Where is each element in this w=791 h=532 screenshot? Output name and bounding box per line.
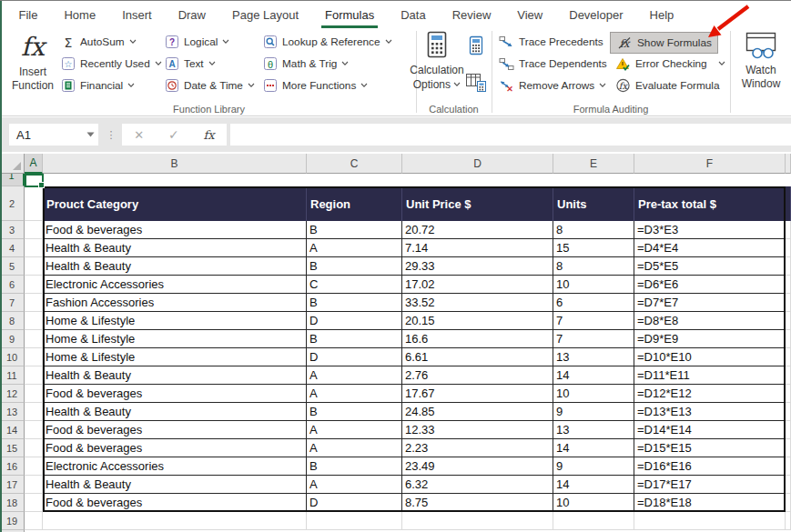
cell-E11[interactable]: 14 bbox=[553, 366, 634, 385]
row-header-11[interactable]: 11 bbox=[0, 366, 25, 385]
ribbon-item-financial[interactable]: Financial bbox=[62, 75, 135, 95]
tab-help[interactable]: Help bbox=[636, 1, 687, 28]
cell-B11[interactable]: Health & Beauty bbox=[43, 366, 307, 385]
cell-C18[interactable]: D bbox=[307, 494, 402, 512]
cell-E6[interactable]: 10 bbox=[553, 276, 634, 294]
cell-G19[interactable] bbox=[786, 512, 791, 530]
cell-D16[interactable]: 23.49 bbox=[402, 457, 553, 476]
cell-E15[interactable]: 14 bbox=[553, 439, 634, 457]
select-all-corner[interactable] bbox=[0, 154, 25, 174]
cell-E17[interactable]: 14 bbox=[553, 476, 634, 494]
cell-B9[interactable]: Home & Lifestyle bbox=[43, 330, 307, 348]
row-header-5[interactable]: 5 bbox=[0, 257, 25, 276]
cell-C12[interactable]: A bbox=[307, 385, 402, 403]
cell-A2[interactable] bbox=[25, 186, 43, 221]
cell-G2[interactable] bbox=[786, 186, 791, 221]
formula-input[interactable] bbox=[230, 124, 791, 146]
cell-B7[interactable]: Fashion Accessories bbox=[43, 294, 307, 312]
ribbon-item-error-checking[interactable]: Error Checking bbox=[615, 54, 725, 74]
tab-developer[interactable]: Developer bbox=[556, 1, 636, 28]
cell-F6[interactable]: =D6*E6 bbox=[634, 276, 786, 294]
cell-B3[interactable]: Food & beverages bbox=[43, 221, 307, 239]
ribbon-item-remove-arrows[interactable]: ✕Remove Arrows bbox=[499, 75, 606, 95]
cell-D11[interactable]: 2.76 bbox=[402, 366, 553, 385]
cell-A6[interactable] bbox=[25, 276, 43, 294]
calculate-sheet-button[interactable] bbox=[464, 70, 488, 94]
cell-F15[interactable]: =D15*E15 bbox=[634, 439, 786, 457]
row-header-3[interactable]: 3 bbox=[0, 221, 25, 239]
cell-B6[interactable]: Electronic Accessories bbox=[43, 276, 307, 294]
cell-A15[interactable] bbox=[25, 439, 43, 457]
cell-A19[interactable] bbox=[25, 512, 43, 530]
cell-G17[interactable] bbox=[786, 476, 791, 494]
cell-B5[interactable]: Health & Beauty bbox=[43, 257, 307, 276]
cell-A14[interactable] bbox=[25, 421, 43, 439]
row-header-12[interactable]: 12 bbox=[0, 385, 25, 403]
column-header-A[interactable]: A bbox=[25, 154, 43, 174]
tab-view[interactable]: View bbox=[504, 1, 556, 28]
cell-A12[interactable] bbox=[25, 385, 43, 403]
cell-A4[interactable] bbox=[25, 239, 43, 257]
cell-G10[interactable] bbox=[786, 348, 791, 366]
cell-B8[interactable]: Home & Lifestyle bbox=[43, 312, 307, 330]
cell-F8[interactable]: =D8*E8 bbox=[634, 312, 786, 330]
column-header-B[interactable]: B bbox=[43, 154, 307, 174]
cell-E14[interactable]: 13 bbox=[553, 421, 634, 439]
cell-E8[interactable]: 7 bbox=[553, 312, 634, 330]
column-header-F[interactable]: F bbox=[634, 154, 786, 174]
cell-D6[interactable]: 17.02 bbox=[402, 276, 553, 294]
row-header-19[interactable]: 19 bbox=[0, 512, 25, 530]
selected-cell-A1[interactable] bbox=[25, 174, 44, 187]
cell-E3[interactable]: 8 bbox=[553, 221, 634, 239]
cell-F10[interactable]: =D10*E10 bbox=[634, 348, 786, 366]
cell-D15[interactable]: 2.23 bbox=[402, 439, 553, 457]
cell-D10[interactable]: 6.61 bbox=[402, 348, 553, 366]
row-header-7[interactable]: 7 bbox=[0, 294, 25, 312]
cell-G13[interactable] bbox=[786, 403, 791, 421]
ribbon-item-math-trig[interactable]: θMath & Trig bbox=[264, 54, 349, 74]
row-header-2[interactable]: 2 bbox=[0, 186, 25, 221]
cell-C5[interactable]: B bbox=[307, 257, 402, 276]
cell-C16[interactable]: B bbox=[307, 457, 402, 476]
cell-F12[interactable]: =D12*E12 bbox=[634, 385, 786, 403]
row-header-18[interactable]: 18 bbox=[0, 494, 25, 512]
cell-E7[interactable]: 6 bbox=[553, 294, 634, 312]
row-header-6[interactable]: 6 bbox=[0, 276, 25, 294]
cell-D14[interactable]: 12.33 bbox=[402, 421, 553, 439]
cell-F11[interactable]: =D11*E11 bbox=[634, 366, 786, 385]
cell-G4[interactable] bbox=[786, 239, 791, 257]
cell-A5[interactable] bbox=[25, 257, 43, 276]
tab-data[interactable]: Data bbox=[388, 1, 439, 28]
row-header-9[interactable]: 9 bbox=[0, 330, 25, 348]
cell-D18[interactable]: 8.75 bbox=[402, 494, 553, 512]
header-cell-C2[interactable]: Region bbox=[307, 186, 402, 221]
row-header-15[interactable]: 15 bbox=[0, 439, 25, 457]
ribbon-item-evaluate-formula[interactable]: fxEvaluate Formula bbox=[615, 75, 719, 95]
cell-G6[interactable] bbox=[786, 276, 791, 294]
cell-A16[interactable] bbox=[25, 457, 43, 476]
column-header-C[interactable]: C bbox=[307, 154, 402, 174]
ribbon-item-recently-used[interactable]: ☆Recently Used bbox=[62, 54, 162, 74]
cell-B18[interactable]: Food & beverages bbox=[43, 494, 307, 512]
row-header-13[interactable]: 13 bbox=[0, 403, 25, 421]
cell-G7[interactable] bbox=[786, 294, 791, 312]
cell-A3[interactable] bbox=[25, 221, 43, 239]
cell-F9[interactable]: =D9*E9 bbox=[634, 330, 786, 348]
cell-E18[interactable]: 10 bbox=[553, 494, 634, 512]
header-cell-D2[interactable]: Unit Price $ bbox=[402, 186, 553, 221]
cell-F16[interactable]: =D16*E16 bbox=[634, 457, 786, 476]
name-box-dropdown-icon[interactable] bbox=[82, 132, 98, 137]
cell-F3[interactable]: =D3*E3 bbox=[634, 221, 786, 239]
cell-C7[interactable]: B bbox=[307, 294, 402, 312]
ribbon-item-text[interactable]: AText bbox=[166, 54, 216, 74]
calculate-now-button[interactable] bbox=[464, 34, 488, 57]
ribbon-item-lookup-reference[interactable]: Lookup & Reference bbox=[264, 32, 392, 52]
tab-review[interactable]: Review bbox=[439, 1, 504, 28]
calculation-options-button[interactable]: Calculation Options bbox=[404, 31, 470, 92]
ribbon-item-trace-precedents[interactable]: Trace Precedents bbox=[499, 32, 603, 52]
cell-G16[interactable] bbox=[786, 457, 791, 476]
tab-file[interactable]: File bbox=[5, 1, 51, 28]
tab-page-layout[interactable]: Page Layout bbox=[219, 1, 312, 28]
cell-B4[interactable]: Health & Beauty bbox=[43, 239, 307, 257]
cell-G5[interactable] bbox=[786, 257, 791, 276]
